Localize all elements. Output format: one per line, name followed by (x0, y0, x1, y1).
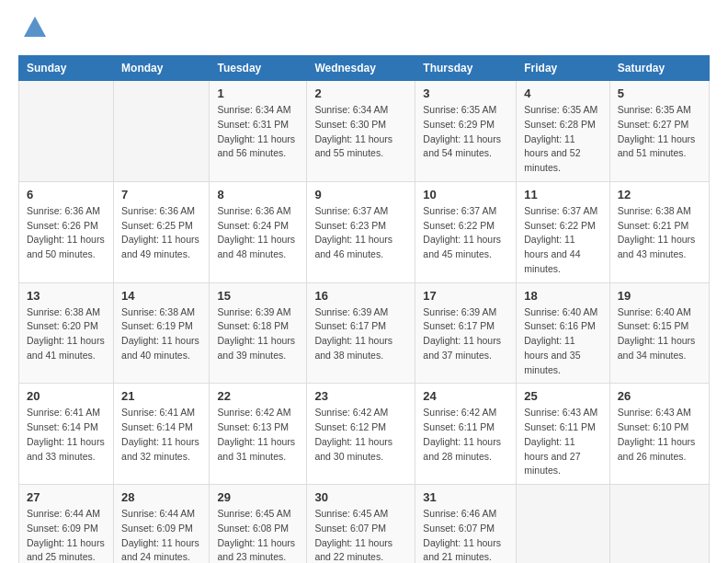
day-info: Sunrise: 6:38 AMSunset: 6:19 PMDaylight:… (121, 305, 201, 363)
day-info: Sunrise: 6:46 AMSunset: 6:07 PMDaylight:… (423, 507, 508, 563)
day-info: Sunrise: 6:44 AMSunset: 6:09 PMDaylight:… (121, 507, 201, 563)
calendar-cell: 9Sunrise: 6:37 AMSunset: 6:23 PMDaylight… (307, 181, 415, 282)
calendar-cell: 24Sunrise: 6:42 AMSunset: 6:11 PMDayligh… (415, 384, 517, 485)
calendar-cell: 26Sunrise: 6:43 AMSunset: 6:10 PMDayligh… (609, 384, 709, 485)
day-number: 19 (618, 289, 701, 303)
calendar-week-row: 1Sunrise: 6:34 AMSunset: 6:31 PMDaylight… (19, 81, 710, 182)
weekday-header: Monday (114, 56, 210, 81)
day-info: Sunrise: 6:35 AMSunset: 6:29 PMDaylight:… (423, 103, 508, 161)
weekday-header: Wednesday (307, 56, 415, 81)
calendar-cell: 22Sunrise: 6:42 AMSunset: 6:13 PMDayligh… (210, 384, 307, 485)
calendar-week-row: 13Sunrise: 6:38 AMSunset: 6:20 PMDayligh… (19, 282, 710, 384)
day-info: Sunrise: 6:40 AMSunset: 6:15 PMDaylight:… (618, 305, 701, 363)
day-info: Sunrise: 6:37 AMSunset: 6:22 PMDaylight:… (524, 204, 602, 277)
weekday-header: Friday (517, 56, 610, 81)
day-info: Sunrise: 6:39 AMSunset: 6:17 PMDaylight:… (423, 305, 508, 363)
calendar-week-row: 27Sunrise: 6:44 AMSunset: 6:09 PMDayligh… (19, 485, 710, 564)
calendar-cell: 14Sunrise: 6:38 AMSunset: 6:19 PMDayligh… (114, 282, 210, 384)
day-number: 25 (524, 389, 602, 403)
day-info: Sunrise: 6:36 AMSunset: 6:24 PMDaylight:… (217, 204, 299, 262)
calendar-cell: 15Sunrise: 6:39 AMSunset: 6:18 PMDayligh… (210, 282, 307, 384)
calendar-cell (517, 485, 610, 564)
day-info: Sunrise: 6:37 AMSunset: 6:22 PMDaylight:… (423, 204, 508, 262)
day-info: Sunrise: 6:42 AMSunset: 6:12 PMDaylight:… (314, 406, 407, 464)
day-number: 11 (524, 188, 602, 201)
day-info: Sunrise: 6:39 AMSunset: 6:17 PMDaylight:… (314, 305, 407, 363)
calendar-cell: 25Sunrise: 6:43 AMSunset: 6:11 PMDayligh… (517, 384, 610, 485)
calendar-week-row: 6Sunrise: 6:36 AMSunset: 6:26 PMDaylight… (19, 181, 710, 282)
calendar-cell: 11Sunrise: 6:37 AMSunset: 6:22 PMDayligh… (517, 181, 610, 282)
day-info: Sunrise: 6:38 AMSunset: 6:21 PMDaylight:… (618, 204, 701, 262)
day-number: 26 (618, 389, 701, 403)
calendar-cell: 13Sunrise: 6:38 AMSunset: 6:20 PMDayligh… (19, 282, 114, 384)
day-number: 10 (423, 188, 508, 201)
day-info: Sunrise: 6:36 AMSunset: 6:25 PMDaylight:… (121, 204, 201, 262)
day-number: 16 (314, 289, 407, 303)
weekday-header-row: SundayMondayTuesdayWednesdayThursdayFrid… (19, 56, 710, 81)
day-number: 9 (314, 188, 407, 201)
day-info: Sunrise: 6:42 AMSunset: 6:13 PMDaylight:… (217, 406, 299, 464)
day-number: 22 (217, 389, 299, 403)
day-number: 21 (121, 389, 201, 403)
calendar-cell: 5Sunrise: 6:35 AMSunset: 6:27 PMDaylight… (609, 81, 709, 182)
day-number: 23 (314, 389, 407, 403)
day-number: 1 (217, 86, 299, 100)
calendar-cell: 19Sunrise: 6:40 AMSunset: 6:15 PMDayligh… (609, 282, 709, 384)
day-number: 13 (27, 289, 106, 303)
logo (18, 18, 48, 40)
calendar-cell: 8Sunrise: 6:36 AMSunset: 6:24 PMDaylight… (210, 181, 307, 282)
day-number: 29 (217, 490, 299, 504)
day-number: 6 (27, 188, 106, 201)
day-info: Sunrise: 6:34 AMSunset: 6:31 PMDaylight:… (217, 103, 299, 161)
calendar-cell: 18Sunrise: 6:40 AMSunset: 6:16 PMDayligh… (517, 282, 610, 384)
weekday-header: Sunday (19, 56, 114, 81)
day-number: 7 (121, 188, 201, 201)
day-info: Sunrise: 6:34 AMSunset: 6:30 PMDaylight:… (314, 103, 407, 161)
calendar-cell: 6Sunrise: 6:36 AMSunset: 6:26 PMDaylight… (19, 181, 114, 282)
day-number: 28 (121, 490, 201, 504)
calendar-cell: 20Sunrise: 6:41 AMSunset: 6:14 PMDayligh… (19, 384, 114, 485)
day-number: 5 (618, 86, 701, 100)
calendar-cell: 16Sunrise: 6:39 AMSunset: 6:17 PMDayligh… (307, 282, 415, 384)
calendar-cell: 28Sunrise: 6:44 AMSunset: 6:09 PMDayligh… (114, 485, 210, 564)
day-number: 12 (618, 188, 701, 201)
day-info: Sunrise: 6:45 AMSunset: 6:08 PMDaylight:… (217, 507, 299, 563)
calendar-cell: 30Sunrise: 6:45 AMSunset: 6:07 PMDayligh… (307, 485, 415, 564)
day-number: 8 (217, 188, 299, 201)
page-header (18, 18, 710, 40)
calendar-cell: 27Sunrise: 6:44 AMSunset: 6:09 PMDayligh… (19, 485, 114, 564)
day-info: Sunrise: 6:35 AMSunset: 6:28 PMDaylight:… (524, 103, 602, 176)
calendar-cell: 2Sunrise: 6:34 AMSunset: 6:30 PMDaylight… (307, 81, 415, 182)
day-number: 31 (423, 490, 508, 504)
day-number: 30 (314, 490, 407, 504)
calendar-cell: 3Sunrise: 6:35 AMSunset: 6:29 PMDaylight… (415, 81, 517, 182)
day-info: Sunrise: 6:43 AMSunset: 6:11 PMDaylight:… (524, 406, 602, 478)
calendar-table: SundayMondayTuesdayWednesdayThursdayFrid… (18, 55, 710, 563)
day-info: Sunrise: 6:45 AMSunset: 6:07 PMDaylight:… (314, 507, 407, 563)
svg-marker-0 (24, 17, 46, 37)
day-info: Sunrise: 6:42 AMSunset: 6:11 PMDaylight:… (423, 406, 508, 464)
day-number: 4 (524, 86, 602, 100)
calendar-cell: 12Sunrise: 6:38 AMSunset: 6:21 PMDayligh… (609, 181, 709, 282)
calendar-cell (609, 485, 709, 564)
day-number: 15 (217, 289, 299, 303)
day-info: Sunrise: 6:41 AMSunset: 6:14 PMDaylight:… (27, 406, 106, 464)
calendar-week-row: 20Sunrise: 6:41 AMSunset: 6:14 PMDayligh… (19, 384, 710, 485)
calendar-cell: 1Sunrise: 6:34 AMSunset: 6:31 PMDaylight… (210, 81, 307, 182)
calendar-cell: 7Sunrise: 6:36 AMSunset: 6:25 PMDaylight… (114, 181, 210, 282)
day-info: Sunrise: 6:39 AMSunset: 6:18 PMDaylight:… (217, 305, 299, 363)
day-info: Sunrise: 6:40 AMSunset: 6:16 PMDaylight:… (524, 305, 602, 378)
day-number: 17 (423, 289, 508, 303)
day-number: 3 (423, 86, 508, 100)
weekday-header: Thursday (415, 56, 517, 81)
day-info: Sunrise: 6:44 AMSunset: 6:09 PMDaylight:… (27, 507, 106, 563)
day-number: 20 (27, 389, 106, 403)
calendar-cell: 21Sunrise: 6:41 AMSunset: 6:14 PMDayligh… (114, 384, 210, 485)
calendar-cell: 10Sunrise: 6:37 AMSunset: 6:22 PMDayligh… (415, 181, 517, 282)
weekday-header: Tuesday (210, 56, 307, 81)
calendar-cell: 29Sunrise: 6:45 AMSunset: 6:08 PMDayligh… (210, 485, 307, 564)
logo-icon (22, 15, 48, 40)
day-info: Sunrise: 6:38 AMSunset: 6:20 PMDaylight:… (27, 305, 106, 363)
day-number: 27 (27, 490, 106, 504)
calendar-cell: 23Sunrise: 6:42 AMSunset: 6:12 PMDayligh… (307, 384, 415, 485)
